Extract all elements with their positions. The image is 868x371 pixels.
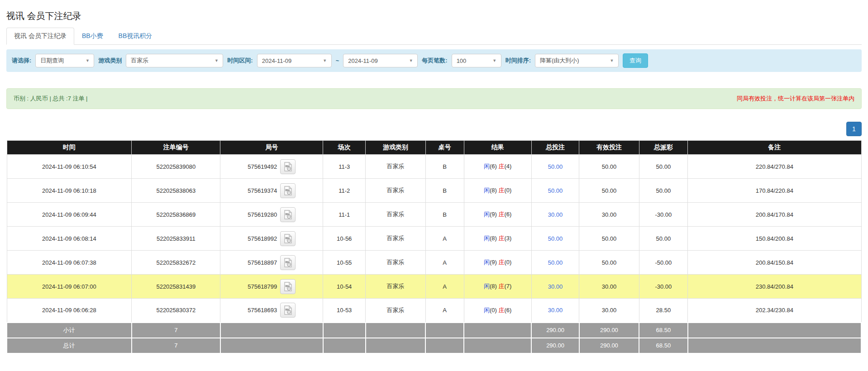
column-header-valid-bet: 有效投注: [579, 141, 639, 155]
page-size-value: 100: [457, 57, 467, 64]
date-from-select[interactable]: 2024-11-09 ▼: [257, 54, 332, 67]
cell-result: 闲(9) 庄(0): [464, 251, 531, 275]
cell-valid-bet: 30.00: [579, 275, 639, 299]
result-player-label: 闲: [484, 307, 490, 314]
summary-empty-cell: [688, 323, 861, 338]
column-header-total-bet: 总投注: [531, 141, 579, 155]
total-bet-link[interactable]: 50.00: [548, 259, 563, 266]
cell-payout: 50.00: [639, 179, 688, 203]
table-row: 2024-11-09 06:07:38 522025832672 5756188…: [7, 251, 861, 275]
cell-table-no: B: [425, 203, 464, 227]
cell-session: 10-56: [323, 227, 366, 251]
video-file-icon: [284, 186, 292, 195]
video-replay-button[interactable]: [280, 255, 296, 270]
cell-game-type: 百家乐: [366, 179, 425, 203]
cell-session: 10-53: [323, 299, 366, 323]
total-bet-link[interactable]: 50.00: [548, 235, 563, 242]
table-row: 2024-11-09 06:07:00 522025831439 5756187…: [7, 275, 861, 299]
result-player-label: 闲: [484, 187, 490, 194]
valid-bet-note: 同局有效投注，统一计算在该局第一张注单内: [737, 95, 854, 103]
date-to-value: 2024-11-09: [348, 57, 378, 64]
table-row: 2024-11-09 06:09:44 522025836869 5756192…: [7, 203, 861, 227]
cell-payout: 50.00: [639, 227, 688, 251]
cell-total-bet: 50.00: [531, 155, 579, 179]
summary-valid-bet: 290.00: [579, 323, 639, 338]
video-replay-button[interactable]: [280, 207, 296, 222]
cell-table-no: A: [425, 227, 464, 251]
cell-result: 闲(9) 庄(6): [464, 203, 531, 227]
summary-empty-cell: [366, 323, 425, 338]
result-player-value: (9): [490, 259, 499, 266]
cell-valid-bet: 30.00: [579, 203, 639, 227]
result-banker-label: 庄: [498, 259, 504, 266]
cell-game-type: 百家乐: [366, 299, 425, 323]
cell-payout: -50.00: [639, 251, 688, 275]
total-bet-link[interactable]: 50.00: [548, 163, 563, 170]
tab-bb-tips[interactable]: BB小费: [74, 28, 111, 45]
query-type-label: 请选择:: [12, 57, 31, 65]
search-button[interactable]: 查询: [623, 53, 648, 68]
cell-game-type: 百家乐: [366, 203, 425, 227]
page-button-1[interactable]: 1: [846, 122, 862, 136]
cell-table-no: B: [425, 155, 464, 179]
total-bet-link[interactable]: 30.00: [548, 283, 563, 290]
cell-payout: 28.50: [639, 299, 688, 323]
cell-total-bet: 50.00: [531, 179, 579, 203]
video-replay-button[interactable]: [280, 159, 296, 174]
cell-time: 2024-11-09 06:09:44: [7, 203, 132, 227]
tab-bb-video-points[interactable]: BB视讯积分: [111, 28, 160, 45]
tab-betting-records[interactable]: 视讯 会员下注纪录: [6, 28, 74, 45]
result-player-value: (9): [490, 211, 499, 218]
video-replay-button[interactable]: [280, 183, 296, 198]
cell-result: 闲(8) 庄(3): [464, 227, 531, 251]
cell-round-id: 575619374: [220, 179, 323, 203]
total-bet-link[interactable]: 30.00: [548, 307, 563, 314]
table-row: 2024-11-09 06:06:28 522025830372 5756186…: [7, 299, 861, 323]
date-range-label: 时间区间:: [227, 57, 253, 65]
summary-count: 7: [132, 323, 220, 338]
date-from-value: 2024-11-09: [262, 57, 292, 64]
game-type-select[interactable]: 百家乐 ▼: [126, 54, 223, 67]
tab-bar: 视讯 会员下注纪录 BB小费 BB视讯积分: [6, 28, 862, 45]
cell-valid-bet: 50.00: [579, 251, 639, 275]
result-player-value: (6): [490, 163, 499, 170]
query-type-select[interactable]: 日期查询 ▼: [35, 54, 94, 67]
date-to-select[interactable]: 2024-11-09 ▼: [343, 54, 418, 67]
cell-time: 2024-11-09 06:08:14: [7, 227, 132, 251]
cell-time: 2024-11-09 06:10:18: [7, 179, 132, 203]
table-header: 时间 注单编号 局号 场次 游戏类别 桌号 结果 总投注 有效投注 总派彩 备注: [7, 141, 861, 155]
cell-total-bet: 50.00: [531, 251, 579, 275]
result-banker-label: 庄: [498, 163, 504, 170]
round-id-text: 575618693: [248, 307, 277, 314]
total-bet-link[interactable]: 30.00: [548, 211, 563, 218]
cell-session: 10-54: [323, 275, 366, 299]
result-player-value: (8): [490, 235, 499, 242]
sort-order-select[interactable]: 降冪(由大到小) ▼: [535, 54, 619, 67]
video-replay-button[interactable]: [280, 231, 296, 246]
column-header-round-id: 局号: [220, 141, 323, 155]
page-title: 视讯 会员下注纪录: [6, 0, 862, 22]
cell-payout: -30.00: [639, 203, 688, 227]
table-row: 2024-11-09 06:08:14 522025833911 5756189…: [7, 227, 861, 251]
table-footer: 小计 7 290.00 290.00 68.50 总计 7 290.00 290…: [7, 323, 861, 353]
round-id-text: 575619492: [248, 163, 277, 170]
cell-table-no: A: [425, 251, 464, 275]
video-file-icon: [284, 282, 292, 291]
result-banker-label: 庄: [498, 187, 504, 194]
filter-bar: 请选择: 日期查询 ▼ 游戏类别 百家乐 ▼ 时间区间: 2024-11-09 …: [6, 49, 862, 72]
cell-remark: 200.84/150.84: [688, 251, 861, 275]
page-size-select[interactable]: 100 ▼: [452, 54, 501, 67]
cell-game-type: 百家乐: [366, 251, 425, 275]
video-replay-button[interactable]: [280, 303, 296, 318]
total-bet-link[interactable]: 50.00: [548, 187, 563, 194]
column-header-game-type: 游戏类别: [366, 141, 425, 155]
cell-total-bet: 30.00: [531, 275, 579, 299]
video-replay-button[interactable]: [280, 279, 296, 294]
cell-session: 10-55: [323, 251, 366, 275]
summary-empty-cell: [366, 338, 425, 353]
column-header-result: 结果: [464, 141, 531, 155]
page-size-label: 每页笔数:: [422, 57, 447, 65]
cell-bet-id: 522025838063: [132, 179, 220, 203]
summary-bar: 币别 : 人民币 | 总共 :7 注单 | 同局有效投注，统一计算在该局第一张注…: [6, 88, 862, 109]
round-id-text: 575619280: [248, 211, 277, 218]
